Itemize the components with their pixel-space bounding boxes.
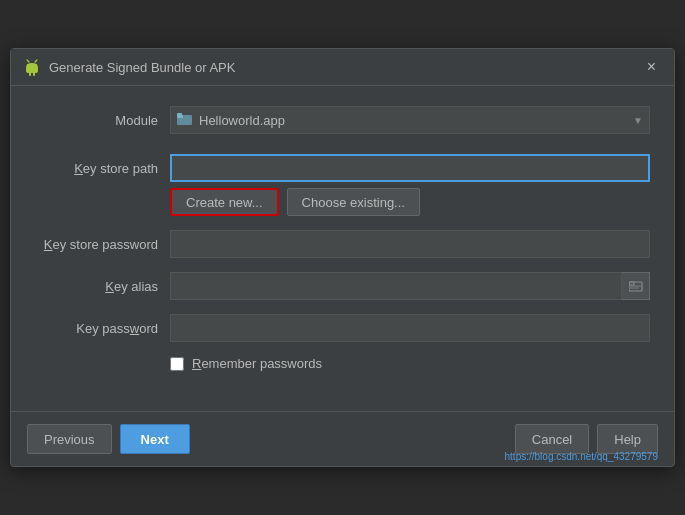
key-alias-wrapper <box>170 272 650 300</box>
keystore-label-k: K <box>74 161 83 176</box>
key-alias-browse-button[interactable] <box>622 272 650 300</box>
dropdown-arrow-icon: ▼ <box>633 115 643 126</box>
keystore-password-row: Key store password <box>35 230 650 258</box>
svg-rect-6 <box>177 113 182 116</box>
android-icon <box>23 58 41 76</box>
next-button[interactable]: Next <box>120 424 190 454</box>
keystore-path-row: KKey store pathey store path <box>35 154 650 182</box>
dialog-title: Generate Signed Bundle or APK <box>49 60 641 75</box>
module-value: Helloworld.app <box>199 113 285 128</box>
keystore-buttons-row: Create new... Choose existing... <box>170 188 650 216</box>
previous-button[interactable]: Previous <box>27 424 112 454</box>
footer-url: https://blog.csdn.net/qq_43279579 <box>505 451 658 462</box>
cancel-button[interactable]: Cancel <box>515 424 589 454</box>
title-bar: Generate Signed Bundle or APK × <box>11 49 674 86</box>
create-new-button[interactable]: Create new... <box>170 188 279 216</box>
key-password-input[interactable] <box>170 314 650 342</box>
module-select[interactable]: Helloworld.app ▼ <box>170 106 650 134</box>
keystore-path-input[interactable] <box>170 154 650 182</box>
remember-passwords-label: Remember passwords <box>192 356 322 371</box>
svg-rect-8 <box>629 282 634 285</box>
key-alias-input[interactable] <box>170 272 622 300</box>
generate-signed-bundle-dialog: Generate Signed Bundle or APK × Module H… <box>10 48 675 467</box>
close-button[interactable]: × <box>641 57 662 77</box>
keystore-password-label: Key store password <box>35 237 170 252</box>
dialog-footer: Previous Next Cancel Help https://blog.c… <box>11 411 674 466</box>
module-row: Module Helloworld.app ▼ <box>35 106 650 134</box>
key-password-row: Key password <box>35 314 650 342</box>
module-label: Module <box>35 113 170 128</box>
keystore-password-input[interactable] <box>170 230 650 258</box>
svg-line-2 <box>27 60 29 62</box>
footer-left-buttons: Previous Next <box>27 424 507 454</box>
module-select-content: Helloworld.app <box>177 112 285 129</box>
key-alias-label: Key alias <box>35 279 170 294</box>
help-button[interactable]: Help <box>597 424 658 454</box>
key-password-label: Key password <box>35 321 170 336</box>
keystore-path-label: KKey store pathey store path <box>35 161 170 176</box>
choose-existing-button[interactable]: Choose existing... <box>287 188 420 216</box>
folder-icon <box>177 112 193 129</box>
svg-line-3 <box>35 60 37 62</box>
svg-rect-7 <box>629 282 642 291</box>
remember-passwords-row: Remember passwords <box>170 356 650 371</box>
remember-passwords-checkbox[interactable] <box>170 357 184 371</box>
key-alias-row: Key alias <box>35 272 650 300</box>
dialog-body: Module Helloworld.app ▼ KK <box>11 86 674 411</box>
